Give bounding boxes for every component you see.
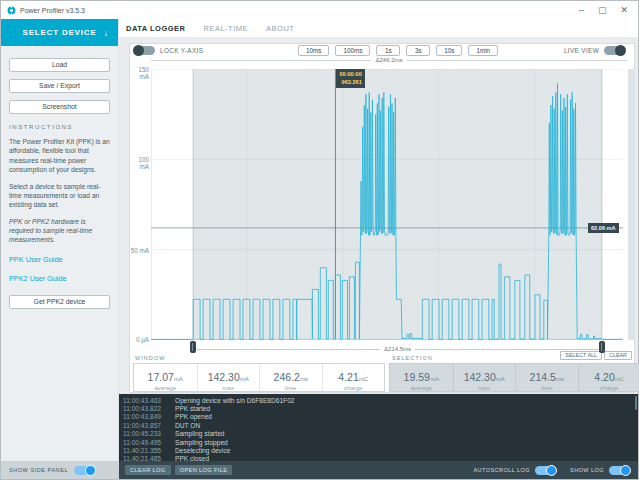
y-tick-150ma: 150 mA [130,66,149,80]
title-bar: Power Profiler v3.5.3 – ▢ ✕ [1,1,638,19]
show-log-label: SHOW LOG [570,467,604,473]
log-entry: 11:00:49.495Sampling stopped [123,438,638,446]
bottom-bar: SHOW SIDE PANEL CLEAR LOG OPEN LOG FILE … [1,461,638,479]
side-panel: SELECT DEVICE ↓ Load Save / Export Scree… [1,19,119,461]
tab-real-time[interactable]: REAL-TIME [204,24,249,33]
instructions-heading: INSTRUCTIONS [9,124,110,130]
autoscroll-log-toggle[interactable] [535,466,556,475]
ppk-user-guide-link[interactable]: PPK User Guide [9,255,110,264]
log-entry: 11:00:45.233Sampling started [123,430,638,438]
window-title: Power Profiler v3.5.3 [20,7,85,14]
main-area: LOCK Y-AXIS 10ms 100ms 1s 3s 10s 1min LI… [119,37,638,394]
ppk2-user-guide-link[interactable]: PPK2 User Guide [9,274,110,283]
y-tick-100ma: 100 mA [130,156,149,170]
clear-log-button[interactable]: CLEAR LOG [125,465,171,475]
log-panel: 11:00:43.463Opening device with s/n D6F8… [119,394,638,463]
autoscroll-log-label: AUTOSCROLL LOG [473,467,530,473]
selection-handle-left[interactable] [190,341,196,353]
live-view-label: LIVE VIEW [564,47,599,54]
window-time-stat: 246.2ms time [259,364,322,391]
range-1s-button[interactable]: 1s [376,45,400,56]
cursor-tooltip: 00:00:00 963.261 [336,69,364,88]
side-panel-footer: SHOW SIDE PANEL [1,461,119,479]
tab-bar: DATA LOGGER REAL-TIME ABOUT [119,19,638,37]
range-3s-button[interactable]: 3s [406,45,430,56]
log-entry: 11:00:43.822PPK started [123,404,638,412]
save-export-button[interactable]: Save / Export [9,79,110,93]
selection-time-stat: 214.5ms time [515,364,578,391]
window-delta-label: Δ246.2ms [371,57,406,63]
show-log-toggle[interactable] [609,466,630,475]
selection-group-label: SELECTION [392,355,433,361]
selection-charge-stat: 4.20mC charge [578,364,639,391]
log-footer: CLEAR LOG OPEN LOG FILE AUTOSCROLL LOG S… [119,461,638,479]
window-group-label: WINDOW [135,355,166,361]
app-window: Power Profiler v3.5.3 – ▢ ✕ SELECT DEVIC… [0,0,639,480]
selection-max-stat: 142.30mA max [453,364,516,391]
load-button[interactable]: Load [9,58,110,72]
window-charge-stat: 4.21mC charge [322,364,385,391]
stats-bar: 17.07mA average 142.30mA max 246.2ms tim… [133,363,639,392]
range-100ms-button[interactable]: 100ms [335,45,370,56]
range-10ms-button[interactable]: 10ms [298,45,329,56]
window-stats-group: 17.07mA average 142.30mA max 246.2ms tim… [133,363,385,392]
close-icon[interactable]: ✕ [620,6,628,15]
window-delta-ruler: Δ246.2ms [151,56,627,64]
selection-average-stat: 19.59mA average [390,364,453,391]
chart-plot-area[interactable] [151,69,623,340]
lock-y-axis-toggle[interactable] [134,46,155,55]
y-tick-0ua: 0 µA [130,336,149,343]
instructions-paragraph: PPK or PPK2 hardware is required to samp… [9,217,110,245]
live-view-toggle[interactable] [604,46,625,55]
select-device-button[interactable]: SELECT DEVICE ↓ [1,19,118,46]
open-log-file-button[interactable]: OPEN LOG FILE [175,465,233,475]
log-entry: 11:00:43.849PPK opened [123,413,638,421]
selection-delta-label: Δ214.5ms [380,346,415,352]
chart-right-scrollbar[interactable] [628,69,635,340]
y-tick-50ma: 50 mA [130,247,149,254]
chart-card: LOCK Y-AXIS 10ms 100ms 1s 3s 10s 1min LI… [129,43,635,393]
selection-delta-ruler: Δ214.5ms [197,345,598,353]
selection-handle-right[interactable] [599,341,605,353]
log-entry: 11:00:43.857DUT ON [123,421,638,429]
range-1min-button[interactable]: 1min [468,45,498,56]
maximize-icon[interactable]: ▢ [598,6,607,15]
log-entry: 11:00:43.463Opening device with s/n D6F8… [123,396,638,404]
instructions-paragraph: The Power Profiler Kit (PPK) is an affor… [9,137,110,175]
minimize-icon[interactable]: – [579,6,584,15]
tab-about[interactable]: ABOUT [266,24,294,33]
screenshot-button[interactable]: Screenshot [9,100,110,114]
window-max-stat: 142.30mA max [197,364,260,391]
show-side-panel-toggle[interactable] [74,466,95,475]
instructions-paragraph: Select a device to sample real-time meas… [9,182,110,210]
window-average-stat: 17.07mA average [134,364,197,391]
selection-stats-group: 19.59mA average 142.30mA max 214.5ms tim… [389,363,639,392]
app-logo-icon [7,6,16,15]
tab-data-logger[interactable]: DATA LOGGER [126,24,186,33]
show-side-panel-label: SHOW SIDE PANEL [9,467,68,473]
log-entry: 11:40:21.355Deselecting device [123,446,638,454]
lock-y-axis-label: LOCK Y-AXIS [160,47,203,54]
range-10s-button[interactable]: 10s [436,45,462,56]
get-ppk2-device-button[interactable]: Get PPK2 device [9,295,110,309]
clear-selection-button[interactable]: CLEAR [604,351,632,360]
marker-value-tag: 62.06 mA [588,223,619,233]
chevron-down-icon: ↓ [104,28,109,38]
log-scrollbar[interactable] [635,396,637,410]
